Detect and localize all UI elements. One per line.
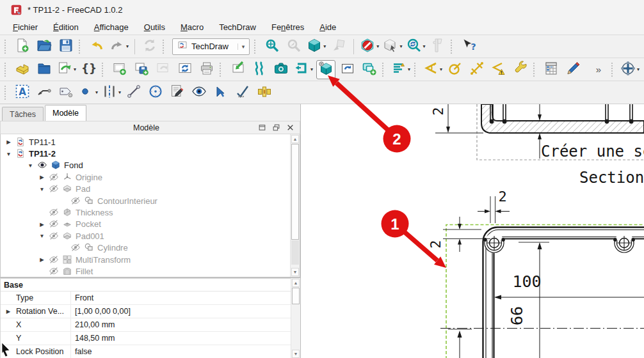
navigation-cross-button[interactable]: ▾ <box>620 60 640 79</box>
new-page-button[interactable] <box>110 60 129 79</box>
radius-dimension-button[interactable] <box>446 60 465 79</box>
tree-expander-icon[interactable]: ▼ <box>26 162 35 169</box>
tree-expander-icon[interactable]: ▶ <box>4 139 13 145</box>
toolbar-drag-handle[interactable] <box>414 63 418 77</box>
update-page-button[interactable] <box>175 60 195 79</box>
open-document-button[interactable] <box>35 37 54 56</box>
projection-group-button[interactable] <box>250 60 269 79</box>
chevron-down-icon[interactable]: ▾ <box>126 43 129 49</box>
menu-techdraw[interactable]: TechDraw <box>213 21 262 33</box>
toggle-visibility-button[interactable] <box>189 83 209 102</box>
menu-aide[interactable]: Aide <box>313 21 342 33</box>
toolbar-drag-handle[interactable] <box>102 63 106 77</box>
rich-annotation-button[interactable]: A <box>13 83 32 102</box>
panel-dock-icon[interactable] <box>256 123 268 133</box>
print-button[interactable] <box>197 60 216 79</box>
tree-item-tp11-1[interactable]: ▶TP11-1 <box>1 136 290 148</box>
save-document-button[interactable] <box>56 37 76 56</box>
cosmetic-circle-button[interactable] <box>146 83 165 102</box>
drawing-viewport[interactable]: 2 Créer une sec Section <box>301 104 644 358</box>
link-navigate-button[interactable] <box>329 37 348 56</box>
tree-item-thickness[interactable]: Thickness <box>1 206 290 218</box>
surface-finish-button[interactable] <box>233 83 252 102</box>
menu-edition[interactable]: Édition <box>47 21 85 33</box>
undo-button[interactable] <box>87 37 106 56</box>
property-value[interactable]: false <box>71 345 291 358</box>
menu-fenetres[interactable]: Fenêtres <box>265 21 310 33</box>
toolbar-drag-handle[interactable] <box>533 63 537 77</box>
tree-expander-icon[interactable]: ▼ <box>38 233 46 239</box>
page-template-button[interactable] <box>132 60 151 79</box>
spreadsheet-view-button[interactable] <box>542 60 561 79</box>
project-shape-button[interactable] <box>338 60 357 79</box>
chevron-down-icon[interactable]: ▾ <box>74 66 76 72</box>
detail-view-button[interactable] <box>360 60 379 79</box>
tree-expander-icon[interactable]: ▶ <box>38 174 46 180</box>
toolbar-overflow-button[interactable]: » <box>589 60 608 79</box>
weld-symbol-button[interactable] <box>255 83 274 102</box>
panel-close-icon[interactable] <box>284 123 296 133</box>
edit-annotation-button[interactable] <box>168 83 187 102</box>
tree-expander-icon[interactable]: ▶ <box>38 256 46 263</box>
extent-dimension-button[interactable] <box>467 60 487 79</box>
tree-item-pad001[interactable]: ▼Pad001 <box>1 230 290 242</box>
tab-taches[interactable]: Tâches <box>2 107 44 121</box>
property-group-header[interactable]: Base <box>1 279 291 292</box>
cosmetic-line-button[interactable] <box>124 83 143 102</box>
insert-view-button[interactable] <box>316 60 335 79</box>
refresh-button[interactable] <box>140 37 159 56</box>
chevron-down-icon[interactable]: ▾ <box>637 66 640 72</box>
menu-macro[interactable]: Macro <box>174 21 210 33</box>
sync-view-button[interactable]: ▾ <box>405 37 426 56</box>
stop-operation-button[interactable]: ▾ <box>359 37 380 56</box>
chevron-down-icon[interactable]: ▾ <box>399 43 402 49</box>
property-value[interactable]: [1,00 0,00 0,00] <box>71 305 291 318</box>
redo-button[interactable]: ▾ <box>109 37 129 56</box>
whats-this-button[interactable]: ? <box>459 37 478 56</box>
toolbar-drag-handle[interactable] <box>163 40 166 54</box>
repair-dimension-button[interactable] <box>511 60 530 79</box>
fit-all-button[interactable] <box>262 37 282 56</box>
chevron-down-icon[interactable]: ▾ <box>323 43 326 49</box>
tree-item-contourinterieur[interactable]: ContourInterieur <box>1 195 290 206</box>
menu-fichier[interactable]: Fichier <box>6 21 44 33</box>
part-solid-button[interactable] <box>13 60 32 79</box>
cursor-tool-button[interactable] <box>211 83 230 102</box>
angle-dimension-button[interactable]: ▾ <box>423 60 443 79</box>
view-rotation-button[interactable]: ▾ <box>382 37 403 56</box>
toolbar-drag-handle[interactable] <box>4 40 8 54</box>
chevron-down-icon[interactable]: ▾ <box>423 43 425 49</box>
annotation-button[interactable] <box>563 60 583 79</box>
menu-outils[interactable]: Outils <box>138 21 172 33</box>
property-value[interactable]: 148,50 mm <box>71 332 291 345</box>
top-view[interactable]: 2 2 100 <box>428 189 644 358</box>
section-view-button[interactable]: ▾ <box>293 60 314 79</box>
toolbar-drag-handle[interactable] <box>611 63 615 77</box>
tree-scrollbar[interactable]: ▲ ▼ <box>290 134 300 277</box>
label-leader-button[interactable] <box>56 83 76 102</box>
tree-expander-icon[interactable]: ▼ <box>4 151 13 157</box>
toolbar-drag-handle[interactable] <box>382 63 386 77</box>
view-isometric-button[interactable]: ▾ <box>306 37 326 56</box>
redraw-page-button[interactable] <box>154 60 173 79</box>
active-view-snapshot-button[interactable] <box>271 60 291 79</box>
toolbar-drag-handle[interactable] <box>451 40 455 54</box>
chevron-down-icon[interactable]: ▾ <box>95 90 98 95</box>
property-value[interactable]: Front <box>71 292 291 304</box>
section-view[interactable]: 2 Créer une sec Section <box>430 104 644 187</box>
chevron-down-icon[interactable]: ▾ <box>376 43 379 49</box>
chevron-down-icon[interactable]: ▾ <box>310 66 313 72</box>
property-expander-icon[interactable]: ▶ <box>1 305 16 318</box>
chevron-down-icon[interactable]: ▾ <box>408 66 410 72</box>
chevron-down-icon[interactable]: ▾ <box>440 66 442 72</box>
properties-scrollbar[interactable]: ▲ ▼ <box>291 278 300 358</box>
centerline-button[interactable]: ▾ <box>101 83 122 102</box>
landmark-dimension-button[interactable] <box>489 60 508 79</box>
view-stack-button[interactable]: ▾ <box>390 60 411 79</box>
tree-item-pocket[interactable]: ▶Pocket <box>1 219 290 230</box>
tree-item-fond[interactable]: ▼Fond <box>1 160 290 171</box>
tree-expander-icon[interactable]: ▶ <box>38 221 46 228</box>
measure-button[interactable] <box>428 37 447 56</box>
group-folder-button[interactable] <box>35 60 54 79</box>
tree-item-tp11-2[interactable]: ▼TP11-2 <box>1 148 290 159</box>
